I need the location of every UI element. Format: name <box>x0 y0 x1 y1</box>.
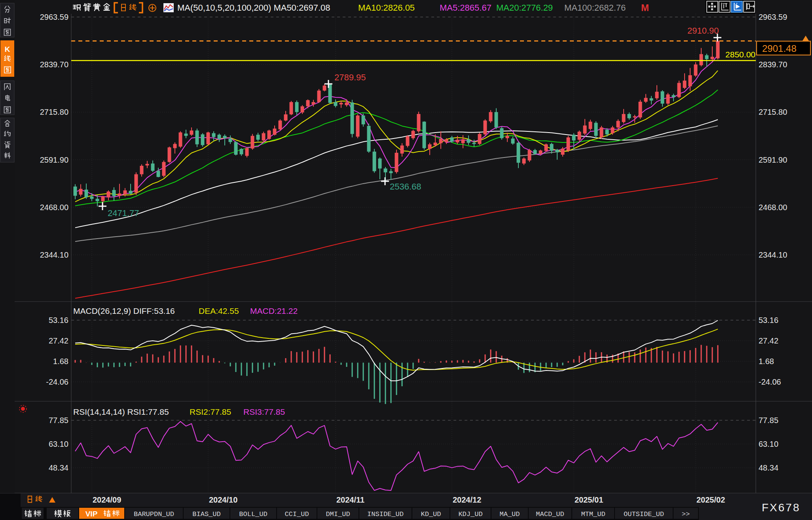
svg-text:2344.10: 2344.10 <box>759 251 787 259</box>
svg-text:53.16: 53.16 <box>759 316 778 325</box>
svg-text:2536.68: 2536.68 <box>390 182 421 192</box>
svg-text:BOLL_UD: BOLL_UD <box>239 511 267 518</box>
svg-text:FX678: FX678 <box>762 501 801 514</box>
svg-text:K: K <box>5 45 10 53</box>
svg-text:2591.90: 2591.90 <box>759 156 787 164</box>
svg-text:MA100:2682.76: MA100:2682.76 <box>564 3 626 13</box>
svg-text:BARUPDN_UD: BARUPDN_UD <box>134 511 174 518</box>
svg-text:MACD(26,12,9) DIFF:53.16: MACD(26,12,9) DIFF:53.16 <box>73 306 175 315</box>
svg-text:2910.90: 2910.90 <box>687 26 719 36</box>
svg-text:2468.00: 2468.00 <box>759 203 787 212</box>
svg-text:>>: >> <box>682 511 690 518</box>
svg-text:2839.70: 2839.70 <box>40 60 68 69</box>
svg-text:48.34: 48.34 <box>49 463 68 472</box>
svg-text:2025/01: 2025/01 <box>575 495 603 504</box>
svg-text:53.16: 53.16 <box>49 316 68 325</box>
svg-text:2024/11: 2024/11 <box>336 495 364 504</box>
svg-text:27.42: 27.42 <box>49 336 68 345</box>
svg-text:1.68: 1.68 <box>53 357 68 366</box>
svg-text:2963.59: 2963.59 <box>759 13 787 21</box>
svg-text:RSI3:77.85: RSI3:77.85 <box>243 407 285 416</box>
svg-text:2025/02: 2025/02 <box>696 495 725 504</box>
svg-text:2024/10: 2024/10 <box>209 495 237 504</box>
svg-text:M: M <box>641 2 649 13</box>
svg-text:2839.70: 2839.70 <box>759 60 787 69</box>
svg-text:RSI(14,14,14) RSI1:77.85: RSI(14,14,14) RSI1:77.85 <box>73 407 169 416</box>
svg-text:2024/09: 2024/09 <box>93 495 121 504</box>
svg-text:2715.80: 2715.80 <box>40 108 68 116</box>
svg-text:2591.90: 2591.90 <box>40 156 68 164</box>
svg-text:MACD:21.22: MACD:21.22 <box>250 306 298 315</box>
svg-text:RSI2:77.85: RSI2:77.85 <box>190 407 231 416</box>
svg-text:DMI_UD: DMI_UD <box>326 511 350 518</box>
svg-text:2471.77: 2471.77 <box>108 208 139 218</box>
svg-text:48.34: 48.34 <box>759 463 778 472</box>
svg-text:MA5:2865.67: MA5:2865.67 <box>440 3 491 13</box>
svg-text:2468.00: 2468.00 <box>40 203 68 212</box>
svg-text:27.42: 27.42 <box>759 336 778 345</box>
svg-text:77.85: 77.85 <box>759 416 778 425</box>
svg-text:CCI_UD: CCI_UD <box>285 511 309 518</box>
svg-text:-24.06: -24.06 <box>759 378 781 386</box>
svg-text:1.68: 1.68 <box>759 357 774 366</box>
svg-text:MA_UD: MA_UD <box>499 511 520 518</box>
svg-text:MTM_UD: MTM_UD <box>581 511 605 518</box>
svg-text:63.10: 63.10 <box>759 440 778 448</box>
svg-text:2850.00: 2850.00 <box>725 50 755 59</box>
svg-text:63.10: 63.10 <box>49 440 68 448</box>
svg-text:INSIDE_UD: INSIDE_UD <box>367 511 404 518</box>
svg-text:2715.80: 2715.80 <box>759 108 787 116</box>
svg-text:VIP: VIP <box>85 510 98 518</box>
svg-text:2344.10: 2344.10 <box>40 251 68 259</box>
svg-text:KDJ_UD: KDJ_UD <box>458 511 482 518</box>
svg-text:2024/12: 2024/12 <box>453 495 481 504</box>
svg-text:2901.48: 2901.48 <box>762 43 797 54</box>
svg-text:MA20:2776.29: MA20:2776.29 <box>496 3 553 13</box>
svg-text:MA(50,10,5,20,100,200) MA50:26: MA(50,10,5,20,100,200) MA50:2697.08 <box>177 3 330 13</box>
svg-text:-24.06: -24.06 <box>46 378 68 386</box>
svg-text:2789.95: 2789.95 <box>334 72 366 82</box>
svg-text:MA10:2826.05: MA10:2826.05 <box>358 3 415 13</box>
svg-text:77.85: 77.85 <box>49 416 68 425</box>
svg-text:DEA:42.55: DEA:42.55 <box>199 306 239 315</box>
svg-text:2963.59: 2963.59 <box>40 13 68 21</box>
svg-text:KD_UD: KD_UD <box>421 511 441 518</box>
svg-text:BIAS_UD: BIAS_UD <box>192 511 220 518</box>
svg-text:MACD_UD: MACD_UD <box>536 511 564 518</box>
svg-text:OUTSIDE_UD: OUTSIDE_UD <box>624 511 664 518</box>
